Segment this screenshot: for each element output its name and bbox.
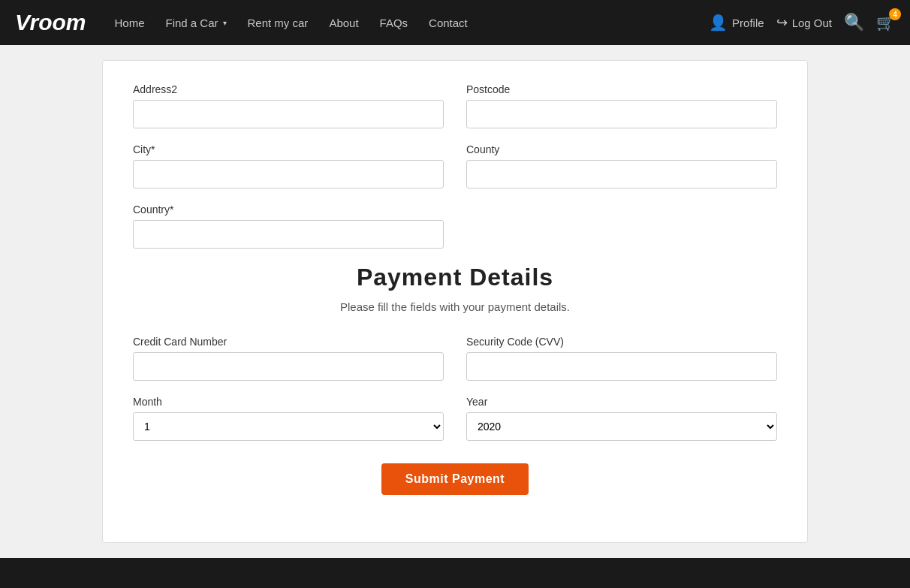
month-group: Month 123456789101112 <box>133 396 444 441</box>
cart-count: 4 <box>889 8 901 20</box>
postcode-label: Postcode <box>466 83 777 95</box>
month-label: Month <box>133 396 444 408</box>
cart-button[interactable]: 🛒 4 <box>876 13 895 32</box>
submit-payment-button[interactable]: Submit Payment <box>381 463 529 495</box>
navbar-nav: Home Find a Car ▾ Rent my car About FAQs… <box>105 11 476 35</box>
nav-rent-my-car[interactable]: Rent my car <box>239 11 318 35</box>
brand-logo[interactable]: Vroom <box>15 10 86 35</box>
nav-faqs[interactable]: FAQs <box>371 11 417 35</box>
postcode-input[interactable] <box>466 100 777 128</box>
country-label: Country* <box>133 204 444 216</box>
city-label: City* <box>133 143 444 155</box>
nav-find-a-car[interactable]: Find a Car ▾ <box>156 11 235 35</box>
city-input[interactable] <box>133 160 444 188</box>
county-input[interactable] <box>466 160 777 188</box>
month-year-row: Month 123456789101112 Year 2020202120222… <box>133 396 777 441</box>
year-group: Year 202020212022202320242025 <box>466 396 777 441</box>
city-group: City* <box>133 143 444 188</box>
month-select[interactable]: 123456789101112 <box>133 412 444 441</box>
address2-group: Address2 <box>133 83 444 128</box>
country-row: Country* <box>133 204 777 249</box>
cvv-label: Security Code (CVV) <box>466 336 777 348</box>
address2-postcode-row: Address2 Postcode <box>133 83 777 128</box>
address2-label: Address2 <box>133 83 444 95</box>
navbar-right: 👤 Profile ↪ Log Out 🔍 🛒 4 <box>709 13 895 32</box>
logout-button[interactable]: ↪ Log Out <box>776 14 832 31</box>
footer-bar <box>0 558 910 588</box>
profile-button[interactable]: 👤 Profile <box>709 14 764 32</box>
country-input[interactable] <box>133 220 444 249</box>
search-icon: 🔍 <box>844 13 864 32</box>
country-group: Country* <box>133 204 444 249</box>
address2-input[interactable] <box>133 100 444 128</box>
cvv-input[interactable] <box>466 352 777 381</box>
profile-icon: 👤 <box>709 14 728 32</box>
payment-subtitle: Please fill the fields with your payment… <box>133 300 777 313</box>
cc-input[interactable] <box>133 352 444 381</box>
cc-group: Credit Card Number <box>133 336 444 381</box>
form-card: Address2 Postcode City* County Country* <box>102 60 808 543</box>
nav-about[interactable]: About <box>320 11 367 35</box>
postcode-group: Postcode <box>466 83 777 128</box>
page-content: Address2 Postcode City* County Country* <box>0 45 910 558</box>
county-label: County <box>466 143 777 155</box>
nav-contact[interactable]: Contact <box>420 11 477 35</box>
cvv-group: Security Code (CVV) <box>466 336 777 381</box>
navbar-left: Vroom Home Find a Car ▾ Rent my car Abou… <box>15 10 477 35</box>
payment-section: Payment Details Please fill the fields w… <box>133 264 777 495</box>
logout-icon: ↪ <box>776 14 788 31</box>
chevron-down-icon: ▾ <box>223 19 227 27</box>
navbar: Vroom Home Find a Car ▾ Rent my car Abou… <box>0 0 910 45</box>
nav-home[interactable]: Home <box>105 11 153 35</box>
county-group: County <box>466 143 777 188</box>
year-select[interactable]: 202020212022202320242025 <box>466 412 777 441</box>
cc-label: Credit Card Number <box>133 336 444 348</box>
year-label: Year <box>466 396 777 408</box>
cc-cvv-row: Credit Card Number Security Code (CVV) <box>133 336 777 381</box>
submit-row: Submit Payment <box>133 463 777 495</box>
search-button[interactable]: 🔍 <box>844 13 864 32</box>
city-county-row: City* County <box>133 143 777 188</box>
payment-title: Payment Details <box>133 264 777 291</box>
